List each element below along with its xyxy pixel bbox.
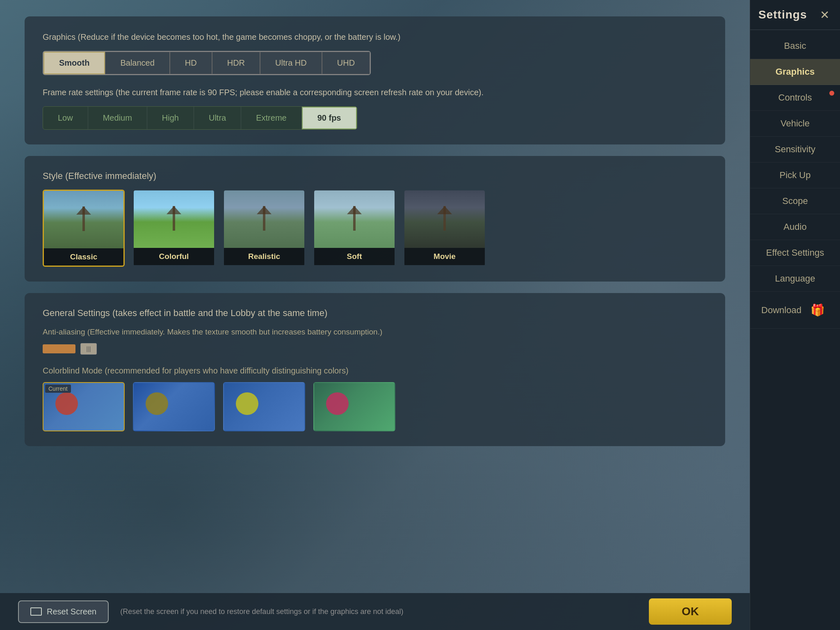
sidebar: Settings ✕ Basic Graphics Controls Vehic… xyxy=(750,0,840,630)
tower-classic xyxy=(82,206,85,231)
antialiasing-slider-track xyxy=(43,344,75,353)
fps-btn-low[interactable]: Low xyxy=(43,107,88,129)
antialiasing-slider-handle[interactable]: ||| xyxy=(80,343,97,355)
quality-btn-hdr[interactable]: HDR xyxy=(212,52,260,74)
antialiasing-slider-container: ||| xyxy=(43,343,707,355)
reset-screen-button[interactable]: Reset Screen xyxy=(18,600,109,623)
bottom-bar: Reset Screen (Reset the screen if you ne… xyxy=(0,593,750,630)
colorblind-label: Colorblind Mode (recommended for players… xyxy=(43,366,707,376)
sidebar-header: Settings ✕ xyxy=(750,0,840,30)
reset-screen-icon xyxy=(30,607,42,616)
style-card-realistic-image xyxy=(224,190,304,248)
style-card-soft[interactable]: Soft xyxy=(313,190,395,267)
style-card-classic-image xyxy=(44,191,123,248)
main-layout: Graphics (Reduce if the device becomes t… xyxy=(0,0,840,630)
style-card-movie[interactable]: Movie xyxy=(404,190,486,267)
fps-button-group: Low Medium High Ultra Extreme 90 fps xyxy=(43,106,357,130)
style-card-soft-image xyxy=(314,190,395,248)
framerate-label: Frame rate settings (the current frame r… xyxy=(43,87,707,98)
style-card-soft-label: Soft xyxy=(314,248,395,265)
tower-colorful xyxy=(173,206,175,231)
style-cards: Classic Colorful Realistic xyxy=(43,190,707,267)
sidebar-item-language[interactable]: Language xyxy=(750,266,840,292)
style-card-realistic[interactable]: Realistic xyxy=(223,190,305,267)
quality-btn-uhd[interactable]: UHD xyxy=(322,52,370,74)
tower-realistic xyxy=(263,206,265,231)
close-button[interactable]: ✕ xyxy=(817,7,832,22)
style-card-colorful-label: Colorful xyxy=(134,248,214,265)
tower-soft xyxy=(353,206,356,231)
content-area: Graphics (Reduce if the device becomes t… xyxy=(0,0,750,630)
style-card-realistic-label: Realistic xyxy=(224,248,304,265)
sidebar-item-scope[interactable]: Scope xyxy=(750,188,840,214)
sidebar-item-graphics[interactable]: Graphics xyxy=(750,59,840,85)
style-card-colorful-image xyxy=(134,190,214,248)
fps-btn-high[interactable]: High xyxy=(147,107,194,129)
reset-note: (Reset the screen if you need to restore… xyxy=(120,607,637,616)
controls-dot xyxy=(829,91,834,96)
general-title: General Settings (takes effect in battle… xyxy=(43,308,707,318)
fps-btn-ultra[interactable]: Ultra xyxy=(194,107,241,129)
ok-button[interactable]: OK xyxy=(649,598,732,625)
fps-btn-90[interactable]: 90 fps xyxy=(302,107,357,129)
colorblind-card-tritanopia[interactable] xyxy=(313,382,395,431)
sidebar-title: Settings xyxy=(758,8,807,21)
style-card-classic-label: Classic xyxy=(44,248,123,266)
colorblind-card-protanopia[interactable] xyxy=(223,382,305,431)
fps-btn-extreme[interactable]: Extreme xyxy=(241,107,301,129)
sidebar-item-pickup[interactable]: Pick Up xyxy=(750,163,840,188)
bottom-spacer xyxy=(25,458,725,499)
style-card-classic[interactable]: Classic xyxy=(43,190,125,267)
quality-button-group: Smooth Balanced HD HDR Ultra HD UHD xyxy=(43,51,371,75)
tower-movie xyxy=(443,206,446,231)
sidebar-item-sensitivity[interactable]: Sensitivity xyxy=(750,137,840,163)
sidebar-item-controls[interactable]: Controls xyxy=(750,85,840,111)
style-card-movie-image xyxy=(404,190,485,248)
quality-btn-balanced[interactable]: Balanced xyxy=(105,52,169,74)
antialiasing-label: Anti-aliasing (Effective immediately. Ma… xyxy=(43,328,707,337)
general-section: General Settings (takes effect in battle… xyxy=(25,293,725,446)
gift-icon: 🎁 xyxy=(806,299,829,321)
quality-btn-ultrahd[interactable]: Ultra HD xyxy=(260,52,322,74)
style-label: Style (Effective immediately) xyxy=(43,171,707,181)
sidebar-nav: Basic Graphics Controls Vehicle Sensitiv… xyxy=(750,30,840,630)
sidebar-item-vehicle[interactable]: Vehicle xyxy=(750,111,840,137)
colorblind-card-normal[interactable]: Current xyxy=(43,382,125,431)
style-card-movie-label: Movie xyxy=(404,248,485,265)
colorblind-cards: Current xyxy=(43,382,707,431)
sidebar-item-effect[interactable]: Effect Settings xyxy=(750,240,840,266)
quality-btn-smooth[interactable]: Smooth xyxy=(43,52,105,74)
colorblind-card-deuteranopia[interactable] xyxy=(133,382,215,431)
reset-screen-label: Reset Screen xyxy=(47,607,96,616)
sidebar-item-audio[interactable]: Audio xyxy=(750,214,840,240)
quality-btn-hd[interactable]: HD xyxy=(170,52,212,74)
style-card-colorful[interactable]: Colorful xyxy=(133,190,215,267)
framerate-section: Frame rate settings (the current frame r… xyxy=(43,87,707,130)
current-badge: Current xyxy=(45,385,71,393)
graphics-quality-panel: Graphics (Reduce if the device becomes t… xyxy=(25,16,725,144)
style-section: Style (Effective immediately) Classic Co… xyxy=(25,156,725,282)
fps-btn-medium[interactable]: Medium xyxy=(88,107,147,129)
graphics-quality-label: Graphics (Reduce if the device becomes t… xyxy=(43,31,707,43)
sidebar-item-basic[interactable]: Basic xyxy=(750,33,840,59)
sidebar-item-download[interactable]: Download 🎁 xyxy=(750,292,840,329)
